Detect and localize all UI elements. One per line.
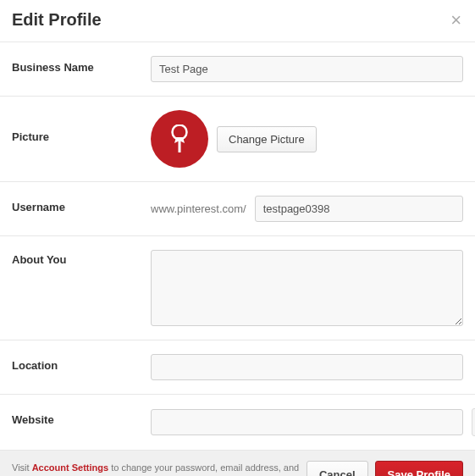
label-business-name: Business Name (12, 56, 151, 74)
avatar (151, 110, 208, 168)
label-about: About You (12, 250, 151, 266)
close-icon[interactable]: × (450, 11, 461, 30)
row-location: Location (0, 340, 475, 395)
about-textarea[interactable] (151, 250, 463, 326)
svg-rect-1 (179, 141, 181, 152)
verify-website-button[interactable]: Verify Website (472, 408, 475, 436)
label-picture: Picture (12, 110, 151, 143)
edit-profile-modal: Edit Profile × Business Name Picture Cha… (0, 0, 475, 476)
change-picture-button[interactable]: Change Picture (217, 126, 317, 152)
cancel-button[interactable]: Cancel (307, 461, 368, 476)
row-username: Username www.pinterest.com/ (0, 182, 475, 236)
label-website: Website (12, 408, 151, 426)
svg-point-0 (173, 125, 187, 140)
row-business-name: Business Name (0, 42, 475, 97)
label-location: Location (12, 354, 151, 372)
website-input[interactable] (151, 409, 463, 435)
modal-header: Edit Profile × (0, 0, 475, 42)
username-input[interactable] (255, 196, 463, 222)
save-profile-button[interactable]: Save Profile (375, 461, 463, 476)
row-website: Website Verify Website (0, 395, 475, 451)
modal-footer: Visit Account Settings to change your pa… (0, 451, 475, 476)
username-prefix: www.pinterest.com/ (151, 202, 246, 215)
modal-title: Edit Profile (12, 10, 102, 30)
row-picture: Picture Change Picture (0, 97, 475, 182)
business-name-input[interactable] (151, 56, 463, 82)
location-input[interactable] (151, 354, 463, 380)
pin-icon (169, 125, 190, 153)
footer-text: Visit Account Settings to change your pa… (12, 462, 300, 476)
label-username: Username (12, 196, 151, 213)
row-about: About You (0, 236, 475, 340)
account-settings-link[interactable]: Account Settings (32, 462, 108, 473)
